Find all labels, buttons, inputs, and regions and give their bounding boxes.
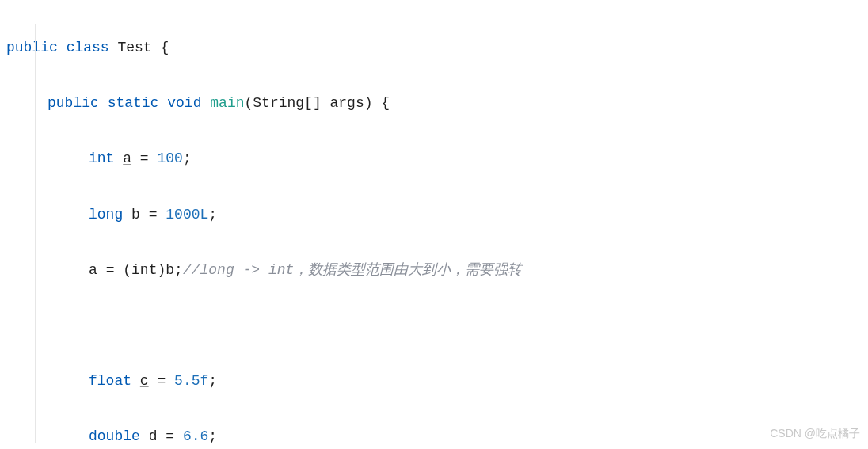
semicolon: ;	[183, 150, 192, 166]
keyword-long: long	[89, 207, 123, 223]
var-c: c	[140, 373, 149, 389]
var-b: b	[131, 207, 140, 223]
keyword-float: float	[89, 373, 131, 389]
keyword-public: public	[48, 95, 99, 111]
op-eq: =	[140, 150, 149, 166]
brace: {	[160, 40, 169, 55]
code-line: a = (int)b;//long -> int，数据类型范围由大到小，需要强转	[6, 257, 868, 284]
num-100: 100	[157, 150, 182, 166]
params: (String[] args)	[245, 95, 373, 111]
num-5.5f: 5.5f	[174, 373, 208, 389]
gutter-line	[35, 24, 36, 443]
op-eq: =	[157, 373, 166, 389]
semicolon: ;	[174, 262, 183, 278]
semicolon: ;	[208, 428, 217, 444]
semicolon: ;	[208, 207, 217, 223]
var-a: a	[89, 262, 97, 278]
op-eq: =	[106, 262, 115, 278]
code-line: public class Test {	[6, 34, 868, 62]
cast-int: (int)	[123, 262, 166, 278]
code-line	[6, 312, 868, 340]
code-line: int a = 100;	[6, 145, 868, 173]
class-name: Test	[117, 40, 151, 55]
code-block: public class Test { public static void m…	[0, 0, 868, 449]
method-main: main	[210, 95, 244, 111]
code-line: float c = 5.5f;	[6, 367, 868, 395]
num-1000L: 1000L	[166, 207, 208, 223]
brace: {	[381, 95, 390, 111]
keyword-int: int	[89, 150, 114, 166]
comment: //long -> int，数据类型范围由大到小，需要强转	[183, 262, 522, 278]
var-b: b	[166, 262, 174, 278]
code-line: double d = 6.6;	[6, 423, 868, 449]
semicolon: ;	[208, 373, 217, 389]
watermark: CSDN @吃点橘子	[770, 427, 860, 441]
keyword-double: double	[89, 428, 140, 444]
var-d: d	[149, 428, 158, 444]
num-6.6: 6.6	[183, 428, 208, 444]
op-eq: =	[166, 428, 174, 444]
keyword-static: static	[108, 95, 159, 111]
op-eq: =	[149, 207, 158, 223]
keyword-public: public	[6, 40, 58, 55]
code-line: long b = 1000L;	[6, 201, 868, 229]
var-a: a	[123, 150, 131, 166]
keyword-void: void	[167, 95, 201, 111]
code-line: public static void main(String[] args) {	[6, 89, 868, 117]
keyword-class: class	[67, 40, 109, 55]
